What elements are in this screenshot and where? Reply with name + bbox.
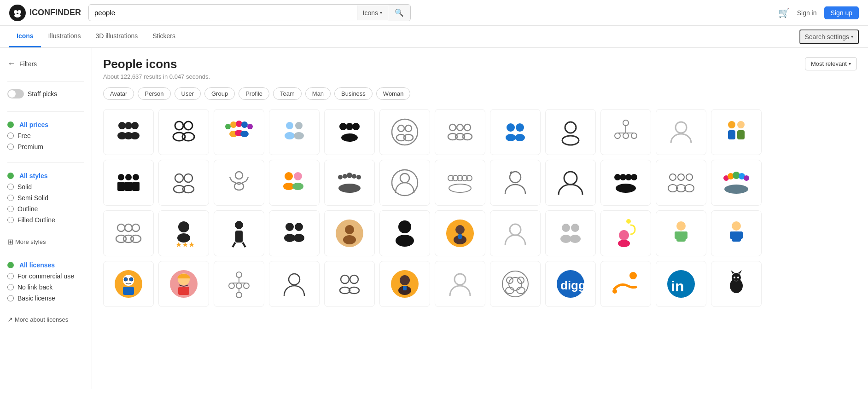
more-styles-link[interactable]: ⊞ More styles <box>0 236 92 248</box>
license-all[interactable]: All licenses <box>7 260 84 271</box>
filter-tag-woman[interactable]: Woman <box>376 87 411 100</box>
icon-item[interactable] <box>158 261 209 307</box>
tab-stickers[interactable]: Stickers <box>145 26 183 47</box>
style-semi-solid[interactable]: Semi Solid <box>7 192 84 203</box>
filter-tag-user[interactable]: User <box>175 87 201 100</box>
icon-item[interactable] <box>490 109 541 155</box>
icon-item[interactable] <box>103 261 154 307</box>
icon-item[interactable] <box>324 109 375 155</box>
style-filled-outline[interactable]: Filled Outline <box>7 214 84 225</box>
price-free-radio[interactable] <box>7 133 14 139</box>
svg-marker-195 <box>731 270 734 274</box>
icon-item[interactable] <box>435 160 485 206</box>
icon-item[interactable] <box>324 160 375 206</box>
icon-item[interactable] <box>711 160 762 206</box>
icon-item[interactable] <box>435 109 485 155</box>
icon-item[interactable] <box>545 210 596 256</box>
search-settings-button[interactable]: Search settings ▾ <box>799 29 859 44</box>
style-solid-radio[interactable] <box>7 184 14 190</box>
logo[interactable]: ICONFINDER <box>9 5 81 21</box>
icon-item[interactable] <box>490 160 541 206</box>
svg-point-86 <box>400 173 409 183</box>
icon-item[interactable] <box>545 109 596 155</box>
license-commercial-radio[interactable] <box>7 273 14 279</box>
style-solid[interactable]: Solid <box>7 181 84 192</box>
cart-icon[interactable]: 🛒 <box>778 7 790 18</box>
icon-item[interactable] <box>490 261 541 307</box>
filter-tag-team[interactable]: Team <box>273 87 302 100</box>
icon-item[interactable] <box>490 210 541 256</box>
icon-item[interactable] <box>656 210 706 256</box>
icon-item[interactable] <box>711 109 762 155</box>
icon-item[interactable] <box>158 109 209 155</box>
icon-item[interactable] <box>103 210 154 256</box>
icon-item[interactable] <box>103 160 154 206</box>
filter-tag-avatar[interactable]: Avatar <box>103 87 134 100</box>
price-premium-radio[interactable] <box>7 144 14 150</box>
svg-point-15 <box>236 121 242 127</box>
svg-point-96 <box>620 174 626 180</box>
icon-item[interactable] <box>324 210 375 256</box>
icon-item[interactable] <box>600 109 651 155</box>
search-type-button[interactable]: Icons ▾ <box>357 6 388 20</box>
style-outline[interactable]: Outline <box>7 203 84 214</box>
icon-item[interactable] <box>214 160 264 206</box>
license-basic[interactable]: Basic license <box>7 293 84 304</box>
icon-item[interactable] <box>269 261 320 307</box>
icon-item[interactable] <box>269 160 320 206</box>
icon-item[interactable] <box>103 109 154 155</box>
license-no-link[interactable]: No link back <box>7 282 84 293</box>
icon-item[interactable] <box>379 160 430 206</box>
icon-item[interactable] <box>269 109 320 155</box>
icon-item[interactable] <box>600 160 651 206</box>
icon-item[interactable] <box>214 210 264 256</box>
icon-item[interactable] <box>711 210 762 256</box>
icon-item[interactable] <box>158 160 209 206</box>
icon-item[interactable] <box>379 261 430 307</box>
search-button[interactable]: 🔍 <box>388 5 410 21</box>
icon-item[interactable]: ★★★ <box>158 210 209 256</box>
icon-item[interactable] <box>435 261 485 307</box>
icon-item[interactable]: digg <box>545 261 596 307</box>
style-all[interactable]: All styles <box>7 170 84 181</box>
tab-3d-illustrations[interactable]: 3D illustrations <box>88 26 145 47</box>
style-filled-outline-radio[interactable] <box>7 217 14 223</box>
filter-tag-profile[interactable]: Profile <box>239 87 269 100</box>
icon-item[interactable] <box>214 109 264 155</box>
staff-picks-toggle[interactable] <box>7 89 24 98</box>
filter-tag-business[interactable]: Business <box>334 87 373 100</box>
icon-item[interactable] <box>435 210 485 256</box>
icon-item[interactable] <box>656 109 706 155</box>
icon-item[interactable] <box>600 210 651 256</box>
sort-button[interactable]: Most relevant ▾ <box>805 57 857 70</box>
filters-collapse-icon[interactable]: ← <box>7 59 16 69</box>
tab-illustrations[interactable]: Illustrations <box>41 26 88 47</box>
style-outline-radio[interactable] <box>7 206 14 212</box>
svg-point-125 <box>285 223 294 231</box>
icon-item[interactable] <box>214 261 264 307</box>
icon-item[interactable] <box>269 210 320 256</box>
more-licenses-link[interactable]: ↗ More about licenses <box>0 314 92 325</box>
icon-item[interactable] <box>379 210 430 256</box>
signup-link[interactable]: Sign up <box>824 6 859 19</box>
price-all[interactable]: All prices <box>7 119 84 130</box>
icon-item[interactable]: in <box>656 261 706 307</box>
icon-item[interactable] <box>711 261 762 307</box>
icon-item[interactable] <box>324 261 375 307</box>
price-free[interactable]: Free <box>7 130 84 141</box>
license-no-link-radio[interactable] <box>7 284 14 290</box>
filter-tag-person[interactable]: Person <box>138 87 170 100</box>
tab-icons[interactable]: Icons <box>9 26 41 47</box>
price-premium[interactable]: Premium <box>7 141 84 152</box>
filter-tag-man[interactable]: Man <box>305 87 331 100</box>
icon-item[interactable] <box>379 109 430 155</box>
icon-item[interactable] <box>545 160 596 206</box>
signin-link[interactable]: Sign in <box>797 9 817 17</box>
icon-item[interactable] <box>656 160 706 206</box>
license-basic-radio[interactable] <box>7 295 14 301</box>
license-commercial[interactable]: For commercial use <box>7 271 84 282</box>
icon-item[interactable] <box>600 261 651 307</box>
search-input[interactable] <box>89 5 357 20</box>
filter-tag-group[interactable]: Group <box>204 87 235 100</box>
style-semi-solid-radio[interactable] <box>7 195 14 201</box>
